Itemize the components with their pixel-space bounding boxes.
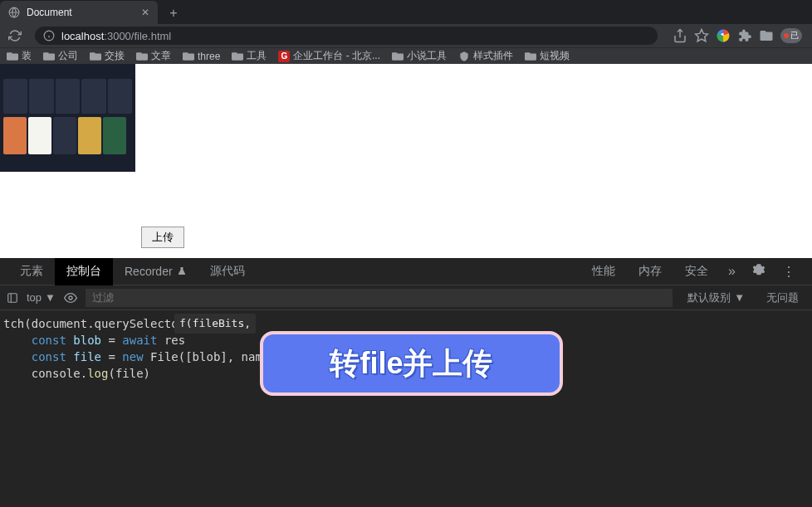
url-host: localhost xyxy=(61,30,104,42)
devtools-tab[interactable]: 安全 xyxy=(673,258,720,285)
bookmark-label: 工具 xyxy=(247,49,267,63)
kebab-icon[interactable]: ⋮ xyxy=(774,264,804,280)
info-icon xyxy=(43,30,55,41)
shield-icon xyxy=(458,51,470,62)
url-path: :3000/file.html xyxy=(104,30,171,42)
bookmark-item[interactable]: 工具 xyxy=(232,49,267,63)
bookmark-label: 小说工具 xyxy=(407,49,447,63)
g-icon: G xyxy=(278,51,290,62)
bookmark-label: 文章 xyxy=(151,49,171,63)
folder-icon xyxy=(232,51,243,61)
browser-tab[interactable]: Document ✕ xyxy=(0,1,158,24)
new-tab-button[interactable]: + xyxy=(163,2,184,24)
tab-bar: Document ✕ + xyxy=(0,0,812,24)
svg-point-10 xyxy=(69,296,72,300)
folder-icon xyxy=(43,51,55,61)
page-content: 上传 base64 xyxy=(0,64,812,258)
bookmark-item[interactable]: G企业工作台 - 北京... xyxy=(278,49,380,63)
profile-badge[interactable]: 已 xyxy=(780,28,802,43)
upload-button[interactable]: 上传 xyxy=(141,227,184,248)
chevron-down-icon: ▼ xyxy=(45,291,56,304)
context-dropdown[interactable]: top ▼ xyxy=(27,291,56,304)
bookmarks-bar: 装公司交接文章three工具G企业工作台 - 北京...小说工具样式插件短视频 xyxy=(0,47,812,64)
folder-icon xyxy=(392,51,404,61)
sidebar-toggle-icon[interactable] xyxy=(7,292,18,304)
bookmark-label: 交接 xyxy=(105,49,125,63)
devtools-tabs: 元素控制台Recorder源代码性能内存安全»⋮ xyxy=(0,258,812,285)
chevron-down-icon: ▼ xyxy=(734,291,745,304)
bookmark-item[interactable]: three xyxy=(183,51,220,62)
bookmark-item[interactable]: 交接 xyxy=(90,49,125,63)
svg-marker-5 xyxy=(696,30,708,41)
bookmark-item[interactable]: 小说工具 xyxy=(392,49,447,63)
bookmark-label: 短视频 xyxy=(540,49,570,63)
bookmark-item[interactable]: 公司 xyxy=(43,49,78,63)
code-line-1: tch(document.querySelector('img') xyxy=(3,315,809,332)
devtools-tab[interactable]: Recorder xyxy=(113,258,198,285)
callout-text: 转file并上传 xyxy=(330,344,492,384)
globe-icon xyxy=(8,7,20,18)
tabs-more-button[interactable]: » xyxy=(720,264,744,279)
tab-title: Document xyxy=(27,7,135,18)
filter-input[interactable] xyxy=(86,289,673,307)
bookmark-label: 装 xyxy=(22,49,32,63)
devtools-tab[interactable]: 控制台 xyxy=(55,258,113,285)
bookmark-item[interactable]: 样式插件 xyxy=(458,49,513,63)
star-icon[interactable] xyxy=(694,28,709,43)
url-input[interactable]: localhost:3000/file.html xyxy=(35,27,658,45)
svg-rect-8 xyxy=(8,293,17,302)
bookmark-item[interactable]: 装 xyxy=(7,49,32,63)
bookmark-label: 企业工作台 - 北京... xyxy=(293,49,380,63)
flask-icon xyxy=(177,266,187,276)
issues-label: 无问题 xyxy=(760,290,805,305)
folder-icon xyxy=(90,51,101,61)
bookmark-item[interactable]: 短视频 xyxy=(525,49,570,63)
reload-icon xyxy=(8,29,22,42)
devtools-tab[interactable]: 内存 xyxy=(627,258,673,285)
bookmark-label: 样式插件 xyxy=(473,49,513,63)
gear-icon[interactable] xyxy=(744,263,774,280)
image-preview xyxy=(0,64,135,172)
browser-chrome: Document ✕ + localhost:3000/file.html 已 … xyxy=(0,0,812,64)
console-toolbar: top ▼ 默认级别 ▼ 无问题 xyxy=(0,285,812,310)
signature-tooltip: f(fileBits, xyxy=(174,314,256,334)
address-bar: localhost:3000/file.html 已 xyxy=(0,24,812,47)
folder-icon xyxy=(525,51,536,61)
share-icon[interactable] xyxy=(673,28,687,43)
extension-area: 已 xyxy=(668,28,807,43)
folder-icon xyxy=(183,51,194,61)
bookmark-label: three xyxy=(198,51,220,62)
puzzle-icon[interactable] xyxy=(737,28,752,43)
bookmark-item[interactable]: 文章 xyxy=(136,49,171,63)
devtools-tab[interactable]: 性能 xyxy=(580,258,627,285)
bookmark-label: 公司 xyxy=(58,49,78,63)
folder-ext-icon[interactable] xyxy=(759,28,774,43)
chrome-icon[interactable] xyxy=(716,28,731,43)
devtools-tab[interactable]: 源代码 xyxy=(198,258,257,285)
eye-icon[interactable] xyxy=(64,291,77,305)
callout-overlay: 转file并上传 xyxy=(260,331,563,396)
close-icon[interactable]: ✕ xyxy=(141,7,149,18)
folder-icon xyxy=(7,51,18,61)
level-dropdown[interactable]: 默认级别 ▼ xyxy=(681,290,751,305)
devtools-tab[interactable]: 元素 xyxy=(8,258,55,285)
folder-icon xyxy=(136,51,148,61)
reload-button[interactable] xyxy=(5,26,25,46)
